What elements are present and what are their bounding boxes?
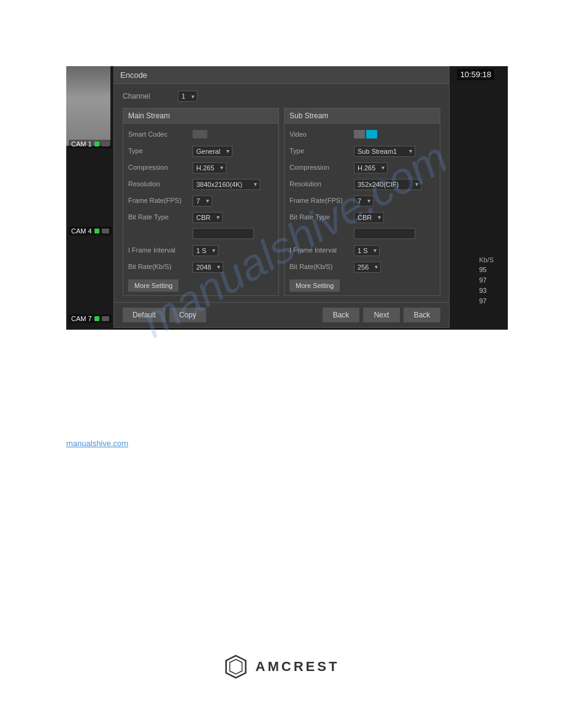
main-compression-select-wrap[interactable]: H.265	[193, 162, 226, 173]
main-stream-header: Main Stream	[123, 108, 279, 124]
main-blank-input[interactable]	[193, 228, 254, 239]
sub-more-setting-btn[interactable]: More Setting	[289, 279, 340, 292]
video-toggle-off[interactable]	[354, 130, 365, 138]
sub-resolution-label: Resolution	[289, 180, 354, 188]
main-resolution-row: Resolution 3840x2160(4K)	[128, 177, 274, 191]
video-label: Video	[289, 131, 354, 138]
kbs-val-1: 97	[479, 275, 494, 286]
sub-bitratkb-select[interactable]: 256	[354, 262, 381, 273]
smart-codec-toggle[interactable]	[193, 130, 207, 138]
kbs-val-0: 95	[479, 265, 494, 275]
copy-button[interactable]: Copy	[169, 308, 206, 322]
sub-compression-label: Compression	[289, 164, 354, 171]
sub-stream-header: Sub Stream	[284, 108, 440, 124]
sub-framerate-row: Frame Rate(FPS) 7	[289, 194, 435, 207]
cam7-dot	[94, 316, 99, 321]
sub-resolution-select[interactable]: 352x240(CIF)	[354, 179, 421, 190]
next-button[interactable]: Next	[363, 308, 400, 322]
main-blank-row	[128, 227, 274, 240]
sub-iframe-select[interactable]: 1 S	[354, 245, 380, 256]
sub-iframe-select-wrap[interactable]: 1 S	[354, 245, 380, 256]
cam-side-image	[66, 66, 110, 146]
sub-blank-input[interactable]	[354, 228, 415, 239]
back1-button[interactable]: Back	[323, 308, 359, 322]
sub-bitrtype-row: Bit Rate Type CBR	[289, 210, 435, 224]
main-type-select[interactable]: General	[193, 146, 232, 157]
sub-resolution-row: Resolution 352x240(CIF)	[289, 177, 435, 191]
amcrest-logo: AMCREST	[224, 654, 340, 679]
sub-bitratkb-select-wrap[interactable]: 256	[354, 261, 381, 273]
dialog-bottom-buttons: Default Copy Back Next Back	[114, 302, 449, 327]
main-bitratkb-label: Bit Rate(Kb/S)	[128, 263, 193, 270]
main-type-row: Type General	[128, 144, 274, 157]
main-type-label: Type	[128, 147, 193, 154]
main-framerate-select[interactable]: 7	[193, 195, 212, 207]
main-bitratkb-select[interactable]: 2048	[193, 262, 223, 273]
kbs-val-3: 97	[479, 296, 494, 306]
manual-link[interactable]: manualshive.com	[66, 439, 128, 448]
sub-framerate-select-wrap[interactable]: 7	[354, 195, 373, 207]
main-compression-select[interactable]: H.265	[193, 162, 226, 173]
sub-bitrtype-select-wrap[interactable]: CBR	[354, 211, 384, 223]
sub-compression-row: Compression H.265	[289, 161, 435, 174]
sub-stream-panel: Sub Stream Video Type	[284, 108, 440, 296]
cam4-text: CAM 4	[71, 227, 92, 235]
sub-bitrtype-label: Bit Rate Type	[289, 213, 354, 221]
cam4-label: CAM 4	[69, 227, 112, 235]
cam1-label: CAM 1	[69, 140, 112, 148]
svg-marker-1	[230, 659, 242, 674]
video-toggle[interactable]	[354, 130, 377, 138]
kbs-header: Kb/S	[479, 256, 494, 264]
main-iframe-select[interactable]: 1 S	[193, 245, 218, 256]
sub-framerate-label: Frame Rate(FPS)	[289, 197, 354, 204]
main-compression-row: Compression H.265	[128, 161, 274, 174]
main-more-setting-btn[interactable]: More Setting	[128, 279, 178, 292]
cam7-label: CAM 7	[69, 314, 112, 323]
kbs-panel: Kb/S 95 97 93 97	[479, 256, 494, 306]
sub-bitrtype-select[interactable]: CBR	[354, 212, 384, 223]
cam1-dot	[94, 142, 99, 146]
dialog-title: Encode	[114, 67, 449, 84]
main-resolution-select[interactable]: 3840x2160(4K)	[193, 179, 260, 190]
sub-compression-select-wrap[interactable]: H.265	[354, 162, 388, 173]
sub-bitratkb-row: Bit Rate(Kb/S) 256	[289, 260, 435, 273]
main-bitrtype-select-wrap[interactable]: CBR	[193, 211, 223, 223]
video-row: Video	[289, 127, 435, 141]
channel-select[interactable]: 1	[178, 91, 197, 102]
main-stream-panel: Main Stream Smart Codec Type	[123, 108, 279, 296]
streams-row: Main Stream Smart Codec Type	[123, 108, 440, 296]
main-bitrtype-row: Bit Rate Type CBR	[128, 210, 274, 224]
cam7-text: CAM 7	[71, 315, 92, 322]
amcrest-hex-icon	[224, 654, 248, 679]
sub-type-label: Type	[289, 147, 354, 154]
main-framerate-select-wrap[interactable]: 7	[193, 195, 212, 207]
cam7-rec	[102, 316, 109, 321]
dialog-body: Channel 1 Main Stream Smart Codec	[114, 84, 449, 302]
sub-framerate-select[interactable]: 7	[354, 195, 373, 207]
main-framerate-label: Frame Rate(FPS)	[128, 197, 193, 204]
main-framerate-row: Frame Rate(FPS) 7	[128, 194, 274, 207]
main-iframe-row: I Frame Interval 1 S	[128, 243, 274, 257]
sub-compression-select[interactable]: H.265	[354, 162, 388, 173]
channel-label: Channel	[123, 92, 172, 100]
sub-type-select-wrap[interactable]: Sub Stream1	[354, 145, 415, 157]
video-toggle-on[interactable]	[366, 130, 377, 138]
default-button[interactable]: Default	[123, 308, 166, 322]
channel-select-wrap[interactable]: 1	[178, 90, 197, 102]
main-resolution-select-wrap[interactable]: 3840x2160(4K)	[193, 178, 260, 190]
sub-type-select[interactable]: Sub Stream1	[354, 146, 415, 157]
cam1-text: CAM 1	[71, 140, 92, 148]
smart-codec-label: Smart Codec	[128, 131, 193, 138]
main-bitrtype-select[interactable]: CBR	[193, 212, 223, 223]
main-iframe-select-wrap[interactable]: 1 S	[193, 245, 218, 256]
main-type-select-wrap[interactable]: General	[193, 145, 232, 157]
back2-button[interactable]: Back	[404, 308, 440, 322]
timestamp: 10:59:18	[457, 69, 494, 80]
main-bitratkb-row: Bit Rate(Kb/S) 2048	[128, 260, 274, 273]
main-bitratkb-select-wrap[interactable]: 2048	[193, 261, 223, 273]
cam1-rec	[102, 142, 109, 146]
encode-dialog: Encode Channel 1 Main Stream Smart Codec	[113, 66, 450, 328]
amcrest-text: AMCREST	[256, 659, 340, 675]
smart-codec-toggle-off[interactable]	[193, 130, 207, 138]
sub-resolution-select-wrap[interactable]: 352x240(CIF)	[354, 178, 421, 190]
